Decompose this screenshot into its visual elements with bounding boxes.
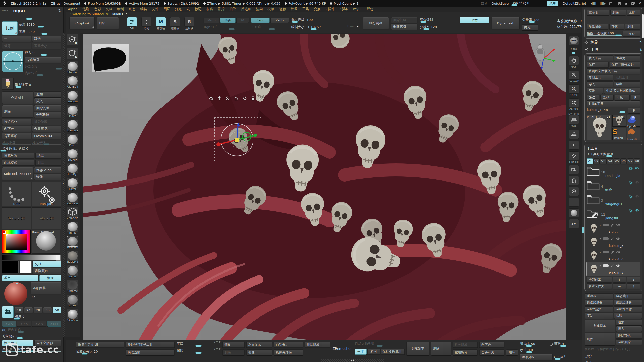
eraser-brush-thumb[interactable]: EraserB	[627, 128, 640, 140]
goz-r-button[interactable]: R	[631, 95, 640, 100]
group-polish-slider[interactable]: 组抛光 50	[520, 342, 548, 347]
gizmo-gear-icon[interactable]	[209, 96, 213, 101]
alpha-preview-thumb[interactable]	[92, 44, 129, 72]
option-button-V1[interactable]: V1	[587, 158, 593, 164]
tray-delete2-button[interactable]: 删除	[431, 342, 451, 355]
delete-lower-button[interactable]: 删除低级	[391, 17, 417, 23]
transparency-button[interactable]	[568, 165, 580, 174]
menu-item-Z插件[interactable]: Z插件	[325, 7, 334, 11]
clear-button[interactable]: 清除	[35, 153, 61, 159]
menu-item-笔刷[interactable]: 笔刷	[82, 7, 89, 11]
menu-item-绘制[interactable]: 绘制	[117, 7, 124, 11]
delete-button[interactable]: 删除	[610, 10, 626, 15]
decimate-current-button[interactable]: 抽取当前	[126, 349, 175, 355]
embed-slider[interactable]: 嵌入 0	[25, 51, 61, 56]
material-item-Chrome[interactable]: Chrome	[66, 280, 79, 292]
layout-swap-icon[interactable]	[609, 2, 613, 5]
move-to-folder-button[interactable]: ↪	[613, 283, 626, 289]
menu-item-图层[interactable]: 图层	[163, 7, 170, 11]
quicksave-button[interactable]: QuickSave	[492, 2, 509, 5]
double-sided-button[interactable]: 双面显示	[246, 342, 272, 348]
subtool-op-全部到目标[interactable]: 全部到目标	[614, 306, 642, 312]
move-up-button[interactable]: ↑	[613, 277, 626, 283]
lazymouse-button[interactable]: LazyMouse	[32, 133, 61, 139]
menu-item-笔触[interactable]: 笔触	[279, 7, 286, 11]
camera-nav-gizmo[interactable]	[526, 43, 564, 73]
value-gradient-bar[interactable]	[2, 255, 61, 260]
lazy-radius-slider[interactable]: 延迟半径	[32, 140, 61, 145]
menu-item-文档[interactable]: 文档	[105, 7, 112, 11]
gradient-button[interactable]: 渐变	[39, 275, 61, 281]
tool-history-thumb[interactable]: 91 kulou1_	[612, 115, 626, 127]
section-拆分[interactable]: 拆分	[585, 353, 642, 359]
subtool-item-kulou[interactable]: ▾kulou	[587, 221, 640, 235]
target-polycount-slider[interactable]: 目标多边形数	[355, 342, 405, 347]
brush-palette-header[interactable]: 笔刷	[590, 40, 637, 45]
object-shadow-slider[interactable]: 对象阴影 0.3	[2, 334, 61, 339]
delete2-button[interactable]: 删除	[625, 24, 640, 30]
zscript-label[interactable]: DefaultZScript	[562, 2, 586, 5]
insert-subtool-button[interactable]: 插入	[616, 326, 642, 332]
m-button[interactable]: M	[236, 18, 249, 23]
stroke-dots-thumb[interactable]: Dots	[2, 182, 31, 206]
strength-slider[interactable]: 强度 0	[15, 314, 61, 320]
scroll-hand-button[interactable]: 滚动	[568, 56, 580, 69]
gizmo-pen-icon[interactable]	[259, 96, 264, 101]
strip-scroll-arrows[interactable]: ▲▼	[568, 219, 580, 228]
antialiased-half-button[interactable]: AC50%	[568, 98, 580, 110]
sculpture-3d-model[interactable]	[83, 34, 566, 340]
local-symmetry-button[interactable]: L	[568, 141, 580, 150]
option-button-V2[interactable]: V2	[593, 158, 600, 164]
append-button[interactable]: 追加	[34, 91, 61, 97]
goz-all-button[interactable]: 全部	[600, 95, 613, 100]
divider-right-icon[interactable]: ||||▸	[600, 2, 606, 5]
subtool-op-自动重排[interactable]: 自动重排	[614, 293, 642, 299]
depth-mask-button[interactable]: 深度遮罩	[25, 57, 61, 63]
menu-item-文件[interactable]: 文件	[152, 7, 158, 11]
radial-symmetry-slider[interactable]: 径向对称	[8, 328, 61, 333]
tray-merge-down-button[interactable]: 向下合并	[479, 342, 504, 348]
option-button-V6[interactable]: V6	[620, 158, 627, 164]
polish-button[interactable]: 抛光	[522, 24, 538, 30]
gizmo-pin-icon[interactable]	[217, 96, 221, 101]
menu-item-动态[interactable]: 动态	[129, 7, 135, 11]
zapplink-button[interactable]: ZAppLink	[69, 17, 95, 29]
list-all-button[interactable]: 全部列出	[587, 277, 612, 283]
tray-duplicate-button[interactable]: 创建副本	[406, 342, 429, 355]
mask-group-button[interactable]: 遮罩分组	[520, 354, 553, 360]
goz-button[interactable]: GoZ	[587, 95, 599, 100]
half-button[interactable]: 一半	[2, 36, 31, 42]
export-button[interactable]: 导出	[614, 81, 640, 87]
alpha-brush-thumb[interactable]: AlphaBr	[627, 115, 640, 127]
menu-item-首选项[interactable]: 首选项	[241, 7, 251, 11]
zr-half-button[interactable]: 一半	[355, 349, 367, 355]
z-intensity-slider[interactable]: Z 强度	[251, 25, 289, 30]
rgb-button[interactable]: Rgb	[220, 18, 236, 23]
duplicate-button[interactable]: 创建副本	[2, 91, 33, 104]
gravity-icon[interactable]	[2, 78, 14, 90]
delete-other-subtools-button[interactable]: 删除其他	[616, 333, 642, 339]
left-tray-divider[interactable]: »	[63, 33, 65, 337]
gizmo-target-icon[interactable]	[225, 96, 230, 101]
rings-slider[interactable]: 环数 4	[554, 342, 580, 347]
tray-split-groups-button[interactable]: 按组拆分	[453, 349, 478, 355]
menu-item-变换[interactable]: 变换	[314, 7, 320, 11]
delete-all-button[interactable]: 全部删除	[34, 112, 61, 118]
subpixel-slider[interactable]: 子像素	[568, 47, 580, 54]
load-image-button[interactable]: 加载图像	[587, 24, 608, 30]
subtool-folder-wugong01[interactable]: 3wugong01	[587, 193, 640, 207]
option-button-18[interactable]: 18	[15, 307, 23, 313]
focal-shift-slider[interactable]: 焦点衰减 -100	[291, 18, 345, 23]
subtool-op-全部到起始[interactable]: 全部到起始	[585, 306, 613, 312]
brush-item-SnakeH[interactable]: SnakeH	[66, 149, 79, 161]
menu-item-宏[interactable]: 宏	[186, 7, 190, 11]
material-item-BasicMa[interactable]: BasicMa	[66, 251, 79, 263]
move-down-button[interactable]: ↓	[627, 277, 640, 283]
menu-item-Z脚本[interactable]: Z脚本	[339, 7, 348, 11]
material-preview-button[interactable]	[568, 208, 580, 217]
dynamesh-resolution-slider[interactable]: 分辨率 128	[522, 18, 555, 23]
color-picker[interactable]	[2, 230, 31, 254]
clone-button[interactable]: 克隆	[587, 88, 603, 94]
polish-radio-icon[interactable]	[550, 343, 553, 346]
resize-button[interactable]: 调整大小	[32, 43, 61, 49]
